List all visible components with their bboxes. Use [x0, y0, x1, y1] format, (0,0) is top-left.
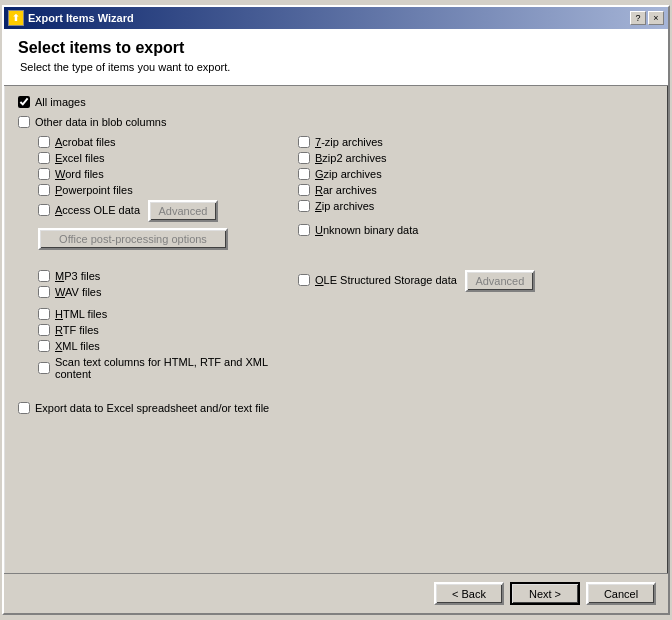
- wav-row: WAV files: [38, 286, 278, 298]
- html-row: HTML files: [38, 308, 278, 320]
- wav-label[interactable]: WAV files: [55, 286, 101, 298]
- mp3-label[interactable]: MP3 files: [55, 270, 100, 282]
- titlebar-buttons: ? ×: [630, 11, 664, 25]
- access-ole-checkbox[interactable]: [38, 204, 50, 216]
- gap2: [18, 388, 654, 396]
- powerpoint-row: Powerpoint files: [38, 184, 278, 196]
- section2-col-left: MP3 files WAV files HTML files RTF files: [38, 270, 278, 382]
- powerpoint-checkbox[interactable]: [38, 184, 50, 196]
- html-label[interactable]: HTML files: [55, 308, 107, 320]
- office-post-row: Office post-processing options: [38, 228, 278, 250]
- section2-two-col: MP3 files WAV files HTML files RTF files: [38, 270, 654, 382]
- col-left: Acrobat files Excel files Word files Pow…: [38, 136, 278, 250]
- html-checkbox[interactable]: [38, 308, 50, 320]
- rar-row: Rar archives: [298, 184, 654, 196]
- titlebar: ⬆ Export Items Wizard ? ×: [4, 7, 668, 29]
- bzip2-checkbox[interactable]: [298, 152, 310, 164]
- word-row: Word files: [38, 168, 278, 180]
- main-content: All images Other data in blob columns Ac…: [4, 86, 668, 573]
- scan-text-label[interactable]: Scan text columns for HTML, RTF and XML …: [55, 356, 278, 380]
- zip-row: Zip archives: [298, 200, 654, 212]
- export-excel-row: Export data to Excel spreadsheet and/or …: [18, 402, 654, 414]
- all-images-checkbox[interactable]: [18, 96, 30, 108]
- main-window: ⬆ Export Items Wizard ? × Select items t…: [2, 5, 670, 615]
- gzip-label[interactable]: Gzip archives: [315, 168, 382, 180]
- rar-checkbox[interactable]: [298, 184, 310, 196]
- advanced-ole-button[interactable]: Advanced: [465, 270, 535, 292]
- ole-storage-label[interactable]: OLE Structured Storage data: [315, 274, 457, 286]
- zip-label[interactable]: Zip archives: [315, 200, 374, 212]
- all-images-row: All images: [18, 96, 654, 108]
- excel-checkbox[interactable]: [38, 152, 50, 164]
- help-button[interactable]: ?: [630, 11, 646, 25]
- window-title: Export Items Wizard: [28, 12, 134, 24]
- zip-checkbox[interactable]: [298, 200, 310, 212]
- gzip-checkbox[interactable]: [298, 168, 310, 180]
- rtf-checkbox[interactable]: [38, 324, 50, 336]
- access-ole-row: Access OLE data Advanced: [38, 200, 278, 222]
- gzip-row: Gzip archives: [298, 168, 654, 180]
- gap1: [18, 256, 654, 264]
- bzip2-label[interactable]: Bzip2 archives: [315, 152, 387, 164]
- xml-row: XML files: [38, 340, 278, 352]
- bzip2-row: Bzip2 archives: [298, 152, 654, 164]
- footer: < Back Next > Cancel: [4, 573, 668, 613]
- ole-storage-row: OLE Structured Storage data Advanced: [298, 270, 654, 292]
- access-ole-label[interactable]: Access OLE data: [55, 204, 140, 216]
- back-button[interactable]: < Back: [434, 582, 504, 605]
- page-subtitle: Select the type of items you want to exp…: [20, 61, 654, 73]
- rtf-label[interactable]: RTF files: [55, 324, 99, 336]
- rar-label[interactable]: Rar archives: [315, 184, 377, 196]
- word-label[interactable]: Word files: [55, 168, 104, 180]
- export-excel-checkbox[interactable]: [18, 402, 30, 414]
- office-post-processing-button[interactable]: Office post-processing options: [38, 228, 228, 250]
- other-data-checkbox[interactable]: [18, 116, 30, 128]
- section2-col-right: OLE Structured Storage data Advanced: [298, 270, 654, 382]
- wav-checkbox[interactable]: [38, 286, 50, 298]
- rtf-row: RTF files: [38, 324, 278, 336]
- close-button[interactable]: ×: [648, 11, 664, 25]
- powerpoint-label[interactable]: Powerpoint files: [55, 184, 133, 196]
- blob-options-section: Acrobat files Excel files Word files Pow…: [38, 136, 654, 250]
- other-data-row: Other data in blob columns: [18, 116, 654, 128]
- advanced-office-button[interactable]: Advanced: [148, 200, 218, 222]
- excel-label[interactable]: Excel files: [55, 152, 105, 164]
- scan-text-row: Scan text columns for HTML, RTF and XML …: [38, 356, 278, 380]
- xml-checkbox[interactable]: [38, 340, 50, 352]
- all-images-label[interactable]: All images: [35, 96, 86, 108]
- app-icon: ⬆: [8, 10, 24, 26]
- 7zip-checkbox[interactable]: [298, 136, 310, 148]
- unknown-binary-label[interactable]: Unknown binary data: [315, 224, 418, 236]
- page-title: Select items to export: [18, 39, 654, 57]
- export-excel-label[interactable]: Export data to Excel spreadsheet and/or …: [35, 402, 269, 414]
- unknown-binary-row: Unknown binary data: [298, 224, 654, 236]
- header-section: Select items to export Select the type o…: [4, 29, 668, 86]
- col-right: 7-zip archives Bzip2 archives Gzip archi…: [298, 136, 654, 250]
- scan-text-checkbox[interactable]: [38, 362, 50, 374]
- cancel-button[interactable]: Cancel: [586, 582, 656, 605]
- two-col-layout: Acrobat files Excel files Word files Pow…: [38, 136, 654, 250]
- section2: MP3 files WAV files HTML files RTF files: [38, 270, 654, 382]
- acrobat-row: Acrobat files: [38, 136, 278, 148]
- next-button[interactable]: Next >: [510, 582, 580, 605]
- ole-storage-checkbox-row: OLE Structured Storage data: [298, 274, 457, 286]
- unknown-binary-checkbox[interactable]: [298, 224, 310, 236]
- excel-row: Excel files: [38, 152, 278, 164]
- access-ole-checkbox-row: Access OLE data: [38, 204, 140, 216]
- acrobat-checkbox[interactable]: [38, 136, 50, 148]
- acrobat-label[interactable]: Acrobat files: [55, 136, 116, 148]
- 7zip-label[interactable]: 7-zip archives: [315, 136, 383, 148]
- mp3-row: MP3 files: [38, 270, 278, 282]
- other-data-label[interactable]: Other data in blob columns: [35, 116, 166, 128]
- word-checkbox[interactable]: [38, 168, 50, 180]
- ole-storage-checkbox[interactable]: [298, 274, 310, 286]
- mp3-checkbox[interactable]: [38, 270, 50, 282]
- xml-label[interactable]: XML files: [55, 340, 100, 352]
- titlebar-left: ⬆ Export Items Wizard: [8, 10, 134, 26]
- 7zip-row: 7-zip archives: [298, 136, 654, 148]
